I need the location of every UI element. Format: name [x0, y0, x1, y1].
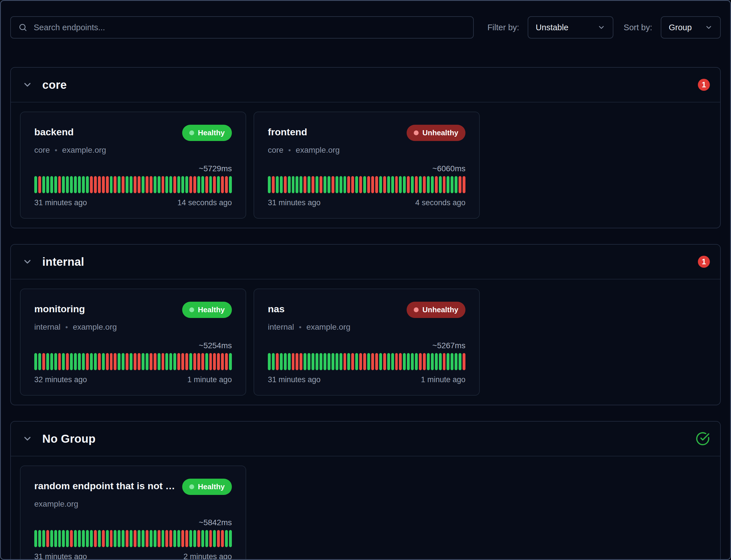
- uptime-history-bars[interactable]: [34, 176, 232, 193]
- endpoint-name: backend: [34, 125, 74, 138]
- history-bar-success: [154, 176, 156, 193]
- dot-separator: •: [55, 146, 57, 155]
- history-bar-success: [98, 530, 101, 547]
- history-bar-success: [189, 530, 192, 547]
- history-bar-success: [407, 353, 410, 370]
- history-bar-failure: [169, 530, 172, 547]
- history-range: 32 minutes ago1 minute ago: [34, 375, 232, 384]
- history-bar-failure: [463, 353, 466, 370]
- group-header-internal[interactable]: internal1: [11, 245, 720, 279]
- status-label: Healthy: [198, 128, 225, 137]
- history-bar-failure: [193, 353, 196, 370]
- history-bar-success: [50, 176, 53, 193]
- history-bar-success: [118, 530, 120, 547]
- history-bar-success: [66, 530, 69, 547]
- history-bar-success: [169, 353, 172, 370]
- dot-separator: •: [288, 146, 291, 155]
- history-bar-success: [403, 176, 406, 193]
- uptime-history-bars[interactable]: [268, 353, 466, 370]
- endpoint-card-frontend[interactable]: frontendUnhealthycore•example.org~6060ms…: [253, 112, 480, 219]
- endpoint-card-backend[interactable]: backendHealthycore•example.org~5729ms31 …: [20, 112, 246, 219]
- history-bar-failure: [407, 176, 410, 193]
- history-bar-success: [38, 353, 41, 370]
- history-bar-success: [34, 530, 37, 547]
- newest-timestamp: 1 minute ago: [421, 375, 466, 384]
- group-title: internal: [42, 255, 84, 268]
- history-bar-failure: [189, 176, 192, 193]
- endpoint-host: example.org: [296, 146, 340, 155]
- oldest-timestamp: 32 minutes ago: [34, 375, 87, 384]
- endpoint-subtitle: core•example.org: [268, 146, 466, 155]
- history-bar-success: [158, 176, 160, 193]
- history-bar-success: [82, 353, 85, 370]
- search-box[interactable]: [10, 16, 474, 39]
- history-bar-success: [205, 353, 208, 370]
- endpoint-card-nas[interactable]: nasUnhealthyinternal•example.org~5267ms3…: [253, 289, 480, 396]
- history-bar-success: [399, 176, 402, 193]
- history-bar-success: [419, 176, 422, 193]
- filter-select[interactable]: Unstable: [528, 16, 613, 39]
- history-bar-success: [327, 176, 330, 193]
- filter-select-value: Unstable: [536, 23, 568, 32]
- history-bar-success: [209, 176, 212, 193]
- search-icon: [18, 23, 27, 32]
- endpoint-card-random-endpoint-that-is-not-pa[interactable]: random endpoint that is not part...Healt…: [20, 466, 246, 560]
- group-header-core[interactable]: core1: [11, 68, 720, 102]
- history-bar-failure: [102, 530, 105, 547]
- history-bar-success: [280, 176, 283, 193]
- history-bar-failure: [343, 353, 346, 370]
- history-bar-success: [177, 530, 180, 547]
- history-bar-success: [142, 530, 144, 547]
- history-bar-success: [181, 176, 184, 193]
- history-bar-failure: [359, 353, 362, 370]
- history-bar-failure: [272, 176, 275, 193]
- history-bar-success: [363, 176, 366, 193]
- history-bar-failure: [46, 530, 49, 547]
- history-bar-failure: [225, 176, 228, 193]
- history-bar-success: [50, 530, 53, 547]
- history-bar-success: [189, 353, 192, 370]
- history-bar-success: [158, 353, 160, 370]
- uptime-history-bars[interactable]: [34, 530, 232, 547]
- endpoint-card-monitoring[interactable]: monitoringHealthyinternal•example.org~52…: [20, 289, 246, 396]
- history-range: 31 minutes ago1 minute ago: [268, 375, 466, 384]
- status-dot-icon: [414, 307, 419, 312]
- history-bar-success: [177, 176, 180, 193]
- unhealthy-badge: Unhealthy: [407, 302, 466, 318]
- sort-select[interactable]: Group: [661, 16, 721, 39]
- unhealthy-count-badge: 1: [698, 256, 710, 268]
- history-bar-success: [379, 176, 382, 193]
- history-bar-success: [295, 176, 298, 193]
- history-bar-failure: [158, 530, 160, 547]
- history-bar-failure: [423, 353, 426, 370]
- history-bar-failure: [217, 353, 220, 370]
- history-bar-failure: [114, 353, 116, 370]
- oldest-timestamp: 31 minutes ago: [268, 375, 321, 384]
- uptime-history-bars[interactable]: [268, 176, 466, 193]
- history-bar-success: [122, 353, 124, 370]
- history-bar-success: [118, 353, 120, 370]
- history-bar-success: [50, 353, 53, 370]
- history-bar-failure: [331, 176, 334, 193]
- history-bar-success: [217, 176, 220, 193]
- search-input[interactable]: [33, 23, 466, 33]
- history-bar-failure: [213, 353, 216, 370]
- newest-timestamp: 2 minutes ago: [183, 552, 232, 560]
- history-bar-success: [299, 176, 302, 193]
- group-status-indicator: [696, 432, 710, 446]
- history-bar-failure: [443, 353, 446, 370]
- history-bar-failure: [213, 176, 216, 193]
- group-header-no-group[interactable]: No Group: [11, 422, 720, 456]
- history-bar-failure: [371, 176, 374, 193]
- history-bar-success: [54, 530, 57, 547]
- endpoint-group-label: internal: [268, 323, 294, 332]
- history-bar-failure: [295, 353, 298, 370]
- newest-timestamp: 4 seconds ago: [415, 198, 466, 207]
- uptime-history-bars[interactable]: [34, 353, 232, 370]
- oldest-timestamp: 31 minutes ago: [34, 198, 87, 207]
- history-bar-failure: [221, 176, 224, 193]
- group-content: backendHealthycore•example.org~5729ms31 …: [11, 102, 720, 228]
- endpoint-subtitle: internal•example.org: [34, 323, 232, 332]
- history-bar-success: [130, 176, 132, 193]
- history-bar-success: [74, 353, 77, 370]
